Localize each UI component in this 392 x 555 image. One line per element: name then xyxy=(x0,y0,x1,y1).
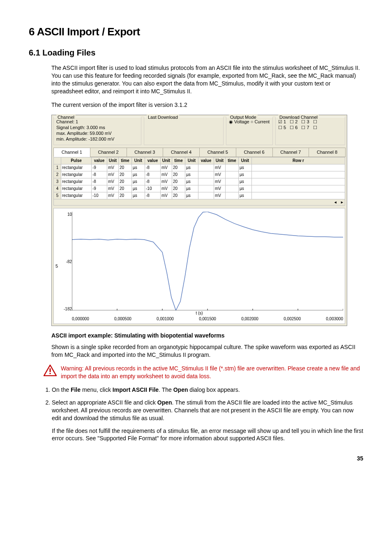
step-1: On the File menu, click Import ASCII Fil… xyxy=(52,386,363,394)
warning-text: Warning: All previous records in the act… xyxy=(61,365,363,380)
mc-stimulus-window: Channel: 1 Signal Length: 3.000 ms max. … xyxy=(51,115,347,326)
dl-channel-7[interactable]: ☐ 7 xyxy=(301,125,309,131)
channel-tabs: Channel 1 Channel 2 Channel 3 Channel 4 … xyxy=(53,148,345,157)
stimulus-table[interactable]: PulsevalueUnittimeUnitvalueUnittimeUnitv… xyxy=(53,157,345,199)
table-header: time xyxy=(119,157,132,164)
tab-channel-5[interactable]: Channel 5 xyxy=(199,148,236,157)
x-tick: 0,003000 xyxy=(326,316,343,322)
table-header: Pulse xyxy=(61,157,92,164)
table-header: Unit xyxy=(214,157,226,164)
intro-paragraph-1: The ASCII import filter is used to load … xyxy=(51,64,363,95)
table-row[interactable]: 4rectangular-9mV20µs-10mV20µsmVµs xyxy=(54,185,345,192)
y-axis-label: 5 xyxy=(55,263,58,269)
dl-channel-5[interactable]: ☐ 5 xyxy=(278,125,286,131)
step-2: Select an appropriate ASCII file and cli… xyxy=(52,399,363,442)
table-row[interactable]: 2rectangular-8mV20µs-8mV20µsmVµs xyxy=(54,171,345,178)
x-axis-label: t (s) xyxy=(54,310,345,316)
table-header: time xyxy=(172,157,185,164)
waveform-svg xyxy=(72,212,343,310)
waveform-plot: 10 -82 -182 5 t (s) 0,0000000,0005000,00… xyxy=(53,208,345,324)
channel-info-box: Channel: 1 Signal Length: 3.000 ms max. … xyxy=(53,117,141,145)
page-number: 35 xyxy=(29,455,363,462)
table-header: value xyxy=(198,157,214,164)
tab-channel-4[interactable]: Channel 4 xyxy=(163,148,200,157)
tab-channel-3[interactable]: Channel 3 xyxy=(127,148,164,157)
tab-channel-1[interactable]: Channel 1 xyxy=(53,148,90,157)
table-header: Unit xyxy=(107,157,119,164)
dl-channel-6[interactable]: ☐ 6 xyxy=(290,125,297,131)
example-heading: ASCII import example: Stimulating with b… xyxy=(51,332,363,340)
x-tick: 0,002500 xyxy=(284,316,301,322)
table-header: Row r xyxy=(252,157,345,164)
channel-line: Channel: 1 xyxy=(56,119,138,125)
x-tick: 0,000500 xyxy=(114,316,131,322)
intro-paragraph-2: The current version of the import filter… xyxy=(51,101,363,109)
tab-channel-2[interactable]: Channel 2 xyxy=(90,148,127,157)
x-tick: 0,001000 xyxy=(157,316,174,322)
tab-channel-7[interactable]: Channel 7 xyxy=(272,148,309,157)
table-header: value xyxy=(145,157,161,164)
tab-channel-6[interactable]: Channel 6 xyxy=(236,148,273,157)
section-title: 6.1 Loading Files xyxy=(29,47,363,58)
table-header: time xyxy=(226,157,239,164)
dl-channel-1[interactable]: ☑ 1 xyxy=(278,119,286,125)
last-download-box xyxy=(144,117,224,145)
svg-rect-11 xyxy=(50,373,51,374)
x-tick: 0,000000 xyxy=(72,316,89,322)
dl-channel-8[interactable]: ☐ xyxy=(313,125,317,131)
current-radio[interactable]: ○Current xyxy=(251,119,270,125)
table-header: Unit xyxy=(185,157,198,164)
dl-channel-3[interactable]: ☐ 3 xyxy=(301,119,309,125)
tab-channel-8[interactable]: Channel 8 xyxy=(309,148,346,157)
channel-line: Signal Length: 3.000 ms xyxy=(56,125,138,130)
dl-channel-2[interactable]: ☐ 2 xyxy=(290,119,297,125)
output-mode-box: ◉Voltage ○Current xyxy=(226,117,273,145)
table-header xyxy=(54,157,61,164)
dl-channel-4[interactable]: ☐ xyxy=(313,119,317,125)
warning-icon xyxy=(44,365,57,376)
page-title: 6 ASCII Import / Export xyxy=(29,25,363,39)
svg-rect-10 xyxy=(50,368,51,372)
y-tick: 10 xyxy=(61,212,72,217)
table-row[interactable]: 5rectangular-10mV20µs-8mV20µsmVµs xyxy=(54,192,345,199)
table-header: Unit xyxy=(161,157,172,164)
example-paragraph: Shown is a single spike recorded from an… xyxy=(51,343,363,359)
table-row[interactable]: 3rectangular-8mV20µs-8mV20µsmVµs xyxy=(54,178,345,185)
table-header: value xyxy=(92,157,107,164)
x-tick: 0,002000 xyxy=(241,316,258,322)
horizontal-scrollbar[interactable]: ◄ ► xyxy=(53,199,345,206)
table-header: Unit xyxy=(132,157,145,164)
table-row[interactable]: 1rectangular-9mV20µs-8mV20µsmVµs xyxy=(54,164,345,171)
channel-line: min. Amplitude: -182.000 mV xyxy=(56,136,138,142)
voltage-radio[interactable]: ◉Voltage xyxy=(229,119,249,125)
download-channel-box: ☑ 1 ☐ 2 ☐ 3 ☐ ☐ 5 ☐ 6 ☐ 7 ☐ xyxy=(275,117,345,145)
channel-line: max. Amplitude: 59.000 mV xyxy=(56,130,138,136)
table-header: Unit xyxy=(239,157,252,164)
y-tick: -82 xyxy=(61,259,72,265)
x-tick: 0,001500 xyxy=(199,316,216,322)
